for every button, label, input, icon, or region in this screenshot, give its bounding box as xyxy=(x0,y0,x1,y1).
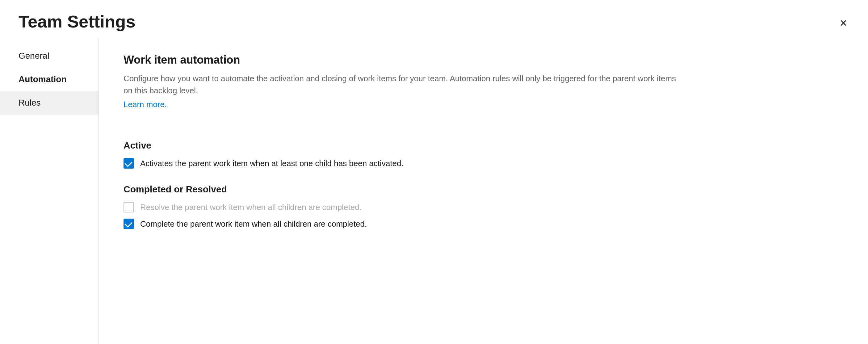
sidebar: General Automation Rules xyxy=(0,38,99,344)
dialog-title: Team Settings xyxy=(19,11,135,32)
checkbox-complete-parent[interactable] xyxy=(124,219,134,229)
learn-more-link[interactable]: Learn more. xyxy=(124,100,167,109)
sidebar-item-general[interactable]: General xyxy=(0,44,98,68)
section-title: Work item automation xyxy=(124,54,843,66)
checkbox-resolve-parent[interactable] xyxy=(124,202,134,213)
checkbox-activate-parent-label: Activates the parent work item when at l… xyxy=(140,159,404,168)
main-content: Work item automation Configure how you w… xyxy=(99,38,868,344)
close-button[interactable]: × xyxy=(837,14,849,31)
team-settings-dialog: Team Settings × General Automation Rules… xyxy=(0,0,868,344)
dialog-body: General Automation Rules Work item autom… xyxy=(0,38,868,344)
sidebar-item-rules[interactable]: Rules xyxy=(0,91,98,115)
checkbox-row-activate-parent: Activates the parent work item when at l… xyxy=(124,158,843,168)
sidebar-item-automation[interactable]: Automation xyxy=(0,68,98,91)
dialog-header: Team Settings × xyxy=(0,0,868,38)
rule-group-active: Active Activates the parent work item wh… xyxy=(124,140,843,168)
checkbox-resolve-parent-label: Resolve the parent work item when all ch… xyxy=(140,202,362,212)
checkbox-activate-parent[interactable] xyxy=(124,158,134,168)
rule-group-active-title: Active xyxy=(124,140,843,151)
section-description: Configure how you want to automate the a… xyxy=(124,72,679,97)
checkbox-row-resolve-parent: Resolve the parent work item when all ch… xyxy=(124,202,843,213)
checkbox-row-complete-parent: Complete the parent work item when all c… xyxy=(124,219,843,229)
rule-group-completed-resolved: Completed or Resolved Resolve the parent… xyxy=(124,184,843,229)
checkbox-complete-parent-label: Complete the parent work item when all c… xyxy=(140,219,367,229)
rule-group-completed-title: Completed or Resolved xyxy=(124,184,843,194)
